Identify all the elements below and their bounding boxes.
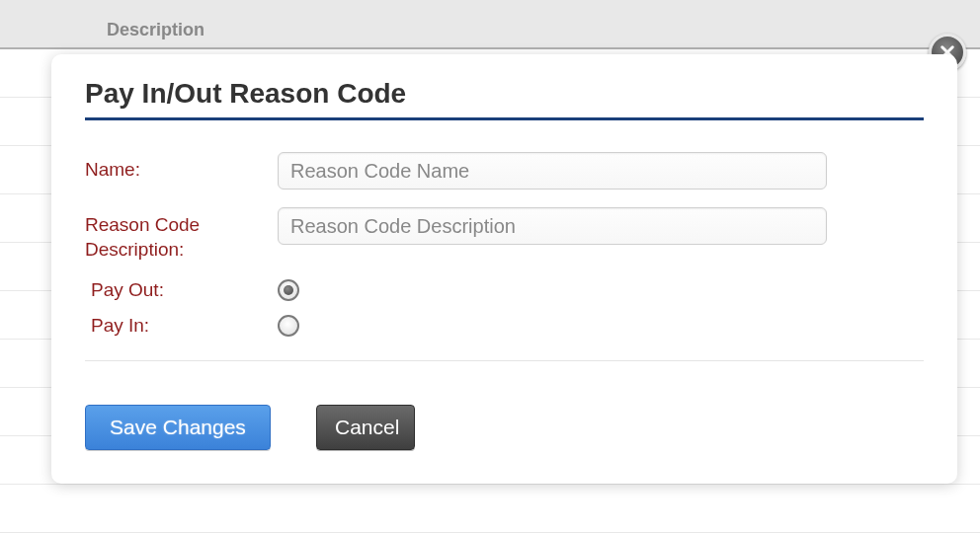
description-label: Reason Code Description:: [85, 207, 278, 262]
payin-radio[interactable]: [278, 315, 299, 337]
button-row: Save Changes Cancel: [85, 405, 924, 450]
modal-title: Pay In/Out Reason Code: [85, 78, 924, 110]
background-column-header: Description: [107, 20, 204, 39]
description-row: Reason Code Description:: [85, 207, 924, 262]
name-row: Name:: [85, 152, 924, 190]
description-input[interactable]: [278, 207, 827, 245]
section-divider: [85, 360, 924, 361]
cancel-button[interactable]: Cancel: [316, 405, 415, 450]
background-column-header-row: Description: [0, 0, 980, 49]
name-label: Name:: [85, 152, 278, 183]
payout-radio[interactable]: [278, 279, 299, 301]
payin-label: Pay In:: [85, 315, 278, 337]
payout-label: Pay Out:: [85, 279, 278, 301]
name-input[interactable]: [278, 152, 827, 190]
save-button[interactable]: Save Changes: [85, 405, 271, 450]
reason-code-modal: Pay In/Out Reason Code Name: Reason Code…: [51, 54, 957, 484]
payin-row: Pay In:: [85, 315, 924, 337]
title-divider: [85, 117, 924, 120]
payout-row: Pay Out:: [85, 279, 924, 301]
